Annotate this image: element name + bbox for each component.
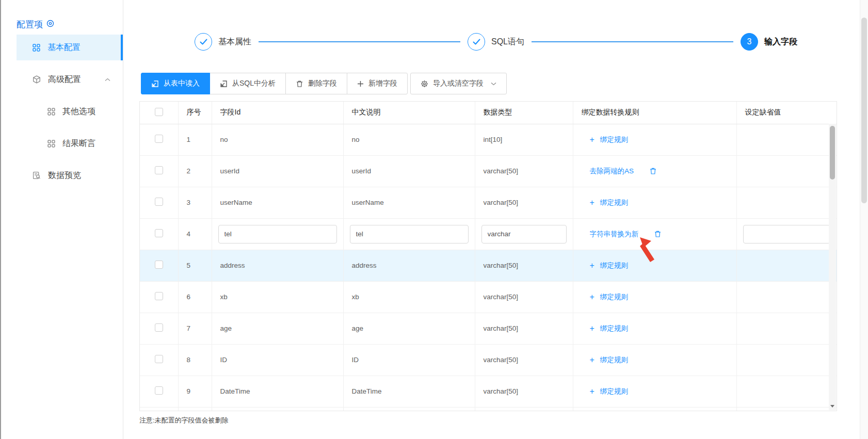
table-scrollbar-thumb[interactable] xyxy=(830,126,835,180)
field-id-value: userId xyxy=(220,167,240,175)
column-header: 字段Id xyxy=(212,102,343,124)
trash-icon xyxy=(296,80,303,88)
bind-rule-link[interactable]: +绑定规则 xyxy=(590,135,628,144)
data-type-input[interactable] xyxy=(481,225,567,243)
field-id-value: DateTime xyxy=(220,387,250,395)
plus-icon: + xyxy=(590,293,594,301)
sidebar-title-text: 配置项 xyxy=(17,19,43,30)
grid-icon xyxy=(33,44,40,52)
data-type-value: varchar[50] xyxy=(484,293,519,301)
grid-icon xyxy=(47,108,55,116)
cell-cn-desc: userName xyxy=(343,187,475,218)
step-2[interactable]: SQL语句 xyxy=(468,33,524,51)
cell-field-id: userId xyxy=(212,155,343,187)
delete-field-button[interactable]: 删除字段 xyxy=(285,73,347,94)
rule-name-link[interactable]: 字符串替换为新 xyxy=(590,230,639,239)
button-label: 从表中读入 xyxy=(164,79,200,88)
trash-icon[interactable] xyxy=(649,167,657,175)
cell-data-type: int[10] xyxy=(475,124,573,155)
sidebar-item-other-options[interactable]: 其他选项 xyxy=(17,99,123,124)
chevron-down-icon xyxy=(491,82,496,86)
parse-from-sql-button[interactable]: 从SQL中分析 xyxy=(210,73,286,94)
bind-rule-link[interactable]: +绑定规则 xyxy=(590,387,628,396)
bind-rule-link[interactable]: +绑定规则 xyxy=(590,198,628,207)
checkbox-cell xyxy=(140,313,178,344)
cell-no: 9 xyxy=(178,376,212,407)
step-1[interactable]: 基本属性 xyxy=(195,33,251,51)
table-row-partial xyxy=(140,407,837,411)
cell-bind-rule: +绑定规则 xyxy=(573,313,736,344)
import-or-clear-dropdown-button[interactable]: 导入或清空字段 xyxy=(410,73,507,94)
sidebar-item-basic-config[interactable]: 基本配置 xyxy=(17,35,123,60)
cell-field-id: xb xyxy=(212,281,343,313)
cn-desc-input[interactable] xyxy=(350,225,469,243)
field-id-value: address xyxy=(220,262,245,269)
cell-data-type: varchar[50] xyxy=(475,344,573,376)
step-check-icon xyxy=(195,33,212,51)
data-type-value: varchar[50] xyxy=(484,199,519,206)
column-header: 设定缺省值 xyxy=(736,102,837,124)
table-row: 6xbxbvarchar[50]+绑定规则 xyxy=(140,281,837,313)
cn-desc-value: ID xyxy=(352,356,359,364)
cell-data-type: varchar[50] xyxy=(475,281,573,313)
cell-data-type: varchar[50] xyxy=(475,155,573,187)
scroll-down-button[interactable] xyxy=(829,402,836,410)
data-type-value: int[10] xyxy=(484,136,503,143)
table-row: 7ageagevarchar[50]+绑定规则 xyxy=(140,313,837,344)
cn-desc-value: no xyxy=(352,136,360,143)
cell-no: 1 xyxy=(178,124,212,155)
step-3[interactable]: 3输入字段 xyxy=(741,33,797,51)
row-checkbox[interactable] xyxy=(155,323,163,332)
row-checkbox[interactable] xyxy=(155,386,163,395)
table-row: 2userIduserIdvarchar[50]去除两端的AS xyxy=(140,155,837,187)
row-checkbox[interactable] xyxy=(155,355,163,363)
trash-icon[interactable] xyxy=(654,230,662,238)
row-checkbox[interactable] xyxy=(155,166,163,174)
row-checkbox[interactable] xyxy=(155,229,163,237)
checkbox-cell xyxy=(140,218,178,250)
sidebar-item-label: 结果断言 xyxy=(62,138,95,149)
cell-default-value xyxy=(736,187,837,218)
sidebar-item-result-assert[interactable]: 结果断言 xyxy=(17,131,123,156)
button-label: 导入或清空字段 xyxy=(433,79,484,88)
bind-rule-label: 绑定规则 xyxy=(600,135,628,144)
chevron-up-icon[interactable] xyxy=(105,78,110,82)
cn-desc-value: DateTime xyxy=(352,387,382,395)
checkbox-cell xyxy=(140,187,178,218)
cell-bind-rule: +绑定规则 xyxy=(573,124,736,155)
row-checkbox[interactable] xyxy=(155,135,163,143)
bind-rule-label: 绑定规则 xyxy=(600,387,628,396)
sidebar-item-advanced-config[interactable]: 高级配置 xyxy=(17,67,123,92)
cell-default-value xyxy=(736,124,837,155)
page-scrollbar[interactable] xyxy=(860,0,868,439)
table-scrollbar[interactable] xyxy=(829,124,836,410)
button-label: 从SQL中分析 xyxy=(232,79,276,88)
cell-bind-rule: +绑定规则 xyxy=(573,376,736,407)
bind-rule-link[interactable]: +绑定规则 xyxy=(590,355,628,365)
arrow-down-icon xyxy=(830,405,834,408)
row-checkbox[interactable] xyxy=(155,261,163,269)
cell-field-id: ID xyxy=(212,344,343,376)
data-type-value: varchar[50] xyxy=(484,356,519,364)
bind-rule-link[interactable]: +绑定规则 xyxy=(590,261,628,270)
row-checkbox[interactable] xyxy=(155,198,163,206)
cell-no: 7 xyxy=(178,313,212,344)
read-from-table-button[interactable]: 从表中读入 xyxy=(141,73,210,94)
bind-rule-label: 绑定规则 xyxy=(600,292,628,302)
page-scrollbar-thumb[interactable] xyxy=(861,18,867,203)
sidebar-item-data-preview[interactable]: 数据预览 xyxy=(17,162,123,188)
field-id-input[interactable] xyxy=(218,225,337,243)
field-table-body: 1nonoint[10]+绑定规则2userIduserIdvarchar[50… xyxy=(140,124,837,411)
select-all-checkbox[interactable] xyxy=(155,108,163,116)
cell-field-id: age xyxy=(212,313,343,344)
bind-rule-link[interactable]: +绑定规则 xyxy=(590,324,628,333)
cell-no: 5 xyxy=(178,250,212,281)
bind-rule-link[interactable]: +绑定规则 xyxy=(590,292,628,302)
cell-cn-desc: DateTime xyxy=(343,376,475,407)
row-checkbox[interactable] xyxy=(155,292,163,300)
checkbox-cell xyxy=(140,155,178,187)
default-value-input[interactable] xyxy=(743,225,831,243)
add-field-button[interactable]: 新增字段 xyxy=(347,73,408,94)
cell-data-type xyxy=(475,218,573,250)
rule-name-link[interactable]: 去除两端的AS xyxy=(590,167,634,176)
